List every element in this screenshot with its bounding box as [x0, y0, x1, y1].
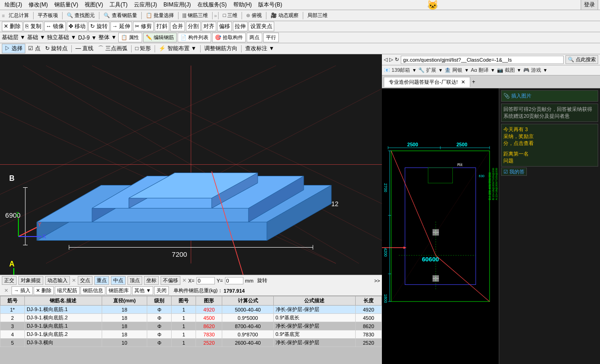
go-btn[interactable]: 🔍 点此搜索 — [565, 55, 598, 64]
move-btn[interactable]: ✤ 移动 — [67, 22, 87, 31]
game-expand[interactable]: ▼ — [543, 68, 548, 73]
more-btn[interactable]: >> — [374, 278, 380, 283]
arc-btn[interactable]: ⌒ 三点画弧 — [96, 44, 129, 53]
two-point-btn[interactable]: 两点 — [247, 33, 262, 42]
打斜-btn[interactable]: 打斜 — [155, 22, 169, 31]
btn-rebar-3d[interactable]: ||| 钢筋三维 — [180, 11, 211, 20]
menu-version[interactable]: 版本号(B) — [255, 0, 285, 10]
orthogonal-btn[interactable]: 正交 — [2, 276, 17, 285]
table-row[interactable]: 3 DJ-9-1.纵向底筋.1 18 Φ 1 8620 8700-40-40 净… — [0, 322, 382, 330]
btn-find-element[interactable]: 🔍 查找图元 — [64, 11, 98, 20]
table-row[interactable]: 5 DJ-9-3.横向 10 Φ 1 2520 2600-40-40 净长-保护… — [0, 339, 382, 347]
no-offset-btn[interactable]: 不偏移 — [161, 276, 180, 285]
intersection-btn[interactable]: 交点 — [78, 276, 92, 285]
x-input[interactable] — [196, 277, 215, 284]
vertex-btn[interactable]: 顶点 — [127, 276, 142, 285]
rotate-btn[interactable]: ↻ 旋转 — [88, 22, 109, 31]
select-btn[interactable]: ▷ 选择 — [2, 44, 25, 53]
btn-top-view[interactable]: ⊙ 俯视 — [243, 11, 265, 20]
parallel-btn[interactable]: 平行 — [263, 33, 279, 42]
refresh-btn[interactable]: ↻ — [395, 57, 399, 63]
snap-btn[interactable]: 对象捕捉 — [18, 276, 43, 285]
drag-btn[interactable]: 拉伸 — [233, 22, 248, 31]
copy-btn[interactable]: ⎘ 复制 — [23, 22, 43, 31]
forward-btn[interactable]: ▷ — [389, 57, 393, 63]
align-btn[interactable]: 对齐 — [202, 22, 216, 31]
other-btn[interactable]: 其他 ▼ — [132, 286, 153, 295]
blueprint-canvas[interactable]: 2500 2500 2700 4200 — [382, 88, 499, 364]
component-list-btn[interactable]: 📄 构件列表 — [178, 33, 211, 42]
line-btn[interactable]: — 直线 — [74, 44, 95, 53]
insert-rebar-btn[interactable]: → 插入 — [12, 286, 33, 295]
center-btn[interactable]: 中点 — [111, 276, 126, 285]
menu-modify[interactable]: 修改(M) — [26, 0, 51, 10]
table-row[interactable]: 1* DJ-9-1.横向底筋.1 18 Φ 1 4920 5000-40-40 … — [0, 306, 382, 314]
mirror-btn[interactable]: ↔ 镜像 — [44, 22, 66, 31]
bank-expand[interactable]: ▼ — [464, 68, 469, 73]
my-answers-link[interactable]: ☑ 我的答 — [501, 168, 527, 176]
layer-dropdown[interactable]: 基础层 ▼ — [2, 34, 25, 41]
property-btn[interactable]: 📋 属性 — [118, 33, 142, 42]
ext-expand[interactable]: ▼ — [438, 68, 443, 73]
edit-rebar-btn[interactable]: ✏️ 编辑钢筋 — [143, 33, 177, 42]
delete-btn[interactable]: ✕ 删除 — [2, 22, 23, 31]
rebar-diagram-btn[interactable]: 钢筋图库 — [106, 286, 131, 295]
active-tab[interactable]: 专业造价问题答疑平台-厂联达! ✕ — [384, 77, 470, 87]
scale-rebar-btn[interactable]: 缩尺配筋 — [55, 286, 80, 295]
midpoint-btn[interactable]: 重点 — [94, 276, 109, 285]
fav-bank[interactable]: 🏦 网银 — [444, 67, 462, 74]
y-input[interactable] — [225, 277, 243, 284]
dynamic-input-btn[interactable]: 动态输入 — [45, 276, 70, 285]
merge-btn[interactable]: 合并 — [170, 22, 185, 31]
menu-bim[interactable]: BIM应用(J) — [161, 0, 193, 10]
element-id-dropdown[interactable]: DJ-9 ▼ — [78, 35, 97, 41]
rect-btn[interactable]: □ 矩形 — [133, 44, 153, 53]
rebar-table[interactable]: 筋号 钢筋名.描述 直径(mm) 级别 图号 图形 计算公式 公式描述 长度 — [0, 296, 382, 347]
back-btn[interactable]: ◁ — [384, 57, 387, 63]
rebar-info-btn[interactable]: 钢筋信息 — [81, 286, 105, 295]
table-row[interactable]: 4 DJ-9-1.纵向底筋.2 18 Φ 1 7830 0.9*8700 0.9… — [0, 330, 382, 339]
split-btn[interactable]: 分割 — [186, 22, 201, 31]
cad-viewport[interactable]: 10 11 12 7200 6900 6300 A B — [0, 54, 382, 275]
url-input[interactable] — [401, 56, 564, 64]
coord-btn[interactable]: 坐标 — [144, 276, 159, 285]
btn-3d[interactable]: □ 三维 — [220, 11, 240, 20]
btn-local-3d[interactable]: 局部三维 — [305, 11, 330, 20]
menu-view[interactable]: 视图(V) — [82, 0, 106, 10]
close-tab-icon[interactable]: ✕ — [461, 79, 465, 85]
translate-expand[interactable]: ▼ — [490, 68, 495, 73]
btn-view-rebar[interactable]: 🔍 查看钢筋量 — [101, 11, 139, 20]
new-tab-btn[interactable]: + — [472, 79, 475, 85]
menu-cloud[interactable]: 云应用(J) — [131, 0, 160, 10]
btn-sum-calc[interactable]: 汇总计算 — [6, 11, 32, 20]
modify-mark-btn[interactable]: 查改标注 ▼ — [243, 44, 276, 53]
fav-game[interactable]: 🎮 游戏 — [523, 67, 541, 74]
my-answers-btn[interactable]: ☑ 我的答 — [501, 168, 598, 175]
email-expand[interactable]: ▼ — [412, 68, 416, 73]
type-dropdown[interactable]: 基础 ▼ — [27, 34, 45, 41]
trim-btn[interactable]: ✂ 修剪 — [133, 22, 154, 31]
insert-image-btn[interactable]: 📎 插入图片 — [503, 93, 531, 98]
delete-rebar-btn[interactable]: ✕ 删除 — [34, 286, 54, 295]
offset-btn[interactable]: 偏移 — [217, 22, 232, 31]
extend-btn[interactable]: → 延伸 — [110, 22, 132, 31]
fav-screenshot[interactable]: 📷 截图 — [497, 67, 515, 74]
point-check[interactable]: ☑ 点 — [26, 44, 42, 53]
view-mode-dropdown[interactable]: 整体 ▼ — [98, 34, 116, 41]
menu-drawing[interactable]: 绘图(J) — [2, 0, 25, 10]
btn-dynamic-view[interactable]: 🎥 动态观察 — [268, 11, 301, 20]
screenshot-expand[interactable]: ▼ — [517, 68, 521, 73]
adjust-rebar-btn[interactable]: 调整钢筋方向 — [202, 44, 239, 53]
menu-help[interactable]: 帮助(H) — [231, 0, 255, 10]
fav-translate[interactable]: Aα 翻译 — [471, 67, 489, 74]
element-dropdown[interactable]: 独立基础 ▼ — [47, 34, 76, 41]
menu-rebar-qty[interactable]: 钢筋量(V) — [52, 0, 81, 10]
fav-ext[interactable]: 🔧 扩展 — [418, 67, 436, 74]
rotate-point-check[interactable]: ↻ 旋转点 — [43, 44, 69, 53]
pick-component-btn[interactable]: 🎯 拾取构件 — [212, 33, 246, 42]
login-button[interactable]: 登录 — [581, 0, 598, 10]
menu-tools[interactable]: 工具(T) — [107, 0, 130, 10]
close-rebar-icon[interactable]: ✕ — [2, 287, 11, 295]
btn-batch-select[interactable]: 📋 批量选择 — [143, 11, 177, 20]
close-panel-btn[interactable]: 关闭 — [154, 286, 169, 295]
